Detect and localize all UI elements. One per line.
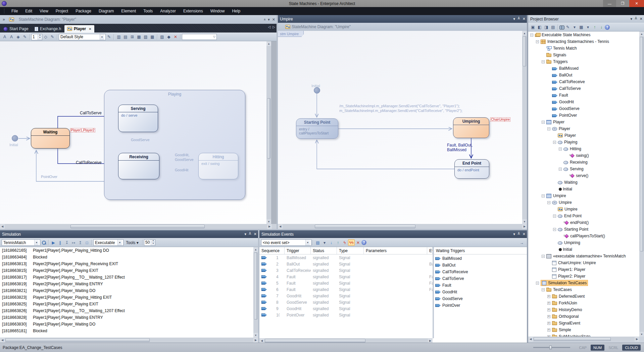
event-row[interactable]: 8GoodServesignalledSignal — [259, 299, 433, 305]
column-header-type[interactable]: Type — [337, 247, 364, 254]
tree-item-goodserve[interactable]: GoodServe — [528, 105, 639, 112]
tree-item-serving[interactable]: −Serving — [528, 166, 639, 172]
tree-item-triggers[interactable]: −Triggers — [528, 58, 639, 65]
tree-item-player1-player[interactable]: Player1: Player — [528, 266, 639, 273]
expand-icon[interactable]: + — [547, 295, 550, 298]
waiting-trigger-pointover[interactable]: PointOver — [434, 302, 527, 309]
menu-item-tools[interactable]: Tools — [140, 7, 156, 15]
zoom-slider[interactable] — [533, 347, 570, 348]
make-same-size-icon[interactable]: ⊞ — [129, 34, 136, 40]
umpire-initial-node[interactable] — [314, 87, 320, 94]
scroll-right-icon[interactable]: → — [518, 239, 525, 246]
menu-item-file[interactable]: File — [8, 7, 21, 15]
tree-item-goodhit[interactable]: GoodHit — [528, 99, 639, 105]
window-menu-icon[interactable]: ▾ — [513, 17, 515, 21]
player-vscroll-thumb[interactable] — [267, 98, 270, 159]
simulation-target-combo[interactable]: TennisMatch▼ — [2, 239, 40, 246]
menu-item-help[interactable]: Help — [228, 7, 244, 15]
move-down-icon[interactable]: ↓ — [328, 239, 335, 246]
umpire-diagram-canvas[interactable]: stm Umpire Initial Starting Poi — [278, 31, 527, 224]
column-header-trigger[interactable]: Trigger — [285, 247, 311, 254]
spinner-arrows[interactable]: ▲▼ — [38, 34, 42, 40]
column-header-status[interactable]: Status — [311, 247, 337, 254]
tree-item-initial[interactable]: Initial — [528, 186, 639, 192]
event-row[interactable]: 9GoodHitsignalledSignal — [259, 305, 433, 312]
project-browser-vscrollbar[interactable]: ▲ ▼ — [639, 32, 644, 337]
events-table-header[interactable]: SequenceTriggerStatusTypeParametersEve — [259, 247, 433, 254]
tree-item-playing[interactable]: −Playing — [528, 139, 639, 145]
dropdown-caret-icon[interactable]: ▾ — [571, 24, 578, 31]
umpire-hscroll-thumb[interactable] — [315, 225, 415, 228]
collapse-icon[interactable]: − — [553, 228, 556, 231]
dropdown-caret-icon[interactable]: ▼ — [34, 240, 39, 245]
close-panel-icon[interactable]: ✕ — [523, 17, 526, 21]
collapse-icon[interactable]: − — [553, 141, 556, 144]
waiting-trigger-calltoreceive[interactable]: CallToReceive — [434, 269, 527, 275]
help-icon[interactable]: ? — [361, 240, 366, 245]
event-row[interactable]: 6FaultsignalledSignalFa — [259, 286, 433, 293]
waiting-trigger-calltoserve[interactable]: CallToServe — [434, 275, 527, 282]
simulation-events-header[interactable]: Simulation Events ▾ ╨ ✕ — [259, 230, 527, 238]
tree-item-calltoserve[interactable]: CallToServe — [528, 85, 639, 92]
event-row[interactable]: 1BallMissedsignalledSignal — [259, 254, 433, 261]
project-browser-hscrollbar[interactable]: ◀ ▶ — [528, 337, 639, 342]
tree-item-initial[interactable]: Initial — [528, 246, 639, 253]
collapse-icon[interactable]: − — [542, 121, 545, 124]
collapse-icon[interactable]: − — [547, 127, 550, 130]
event-row[interactable]: 2BallOutsignalledSignalBa — [259, 261, 433, 267]
close-panel-icon[interactable]: ✕ — [523, 232, 526, 236]
column-header-sequence[interactable]: Sequence — [259, 247, 285, 254]
dropdown-caret-icon[interactable]: ▼ — [117, 240, 122, 245]
space-evenly-vertical-icon[interactable]: ▧ — [142, 34, 149, 40]
expand-icon[interactable]: + — [547, 329, 550, 332]
menu-item-window[interactable]: Window — [207, 7, 229, 15]
new-diagram-icon[interactable]: ◧ — [536, 24, 543, 31]
move-up-icon[interactable]: ↑ — [335, 239, 341, 246]
package-list-icon[interactable]: ▤ — [550, 24, 556, 31]
diagram-layout-icon[interactable]: ▨ — [159, 34, 165, 40]
line-width-stepper[interactable]: 1▲▼ — [31, 34, 42, 40]
spin-down-icon[interactable]: ▼ — [151, 243, 155, 246]
tab-close-icon[interactable]: ✕ — [89, 27, 91, 31]
state-waiting[interactable]: Waiting — [31, 128, 70, 149]
tree-item-player2-player[interactable]: Player2: Player — [528, 273, 639, 280]
menu-item-analyzer[interactable]: Analyzer — [156, 7, 180, 15]
event-set-combo[interactable]: <no event set>▼ — [261, 239, 311, 246]
pin-icon[interactable]: ╨ — [249, 232, 251, 236]
dropdown-caret-icon[interactable]: ▼ — [100, 34, 104, 40]
element-style-combo[interactable]: Default Style▼ — [59, 34, 106, 40]
window-menu-icon[interactable]: ▾ — [513, 232, 515, 236]
event-row[interactable]: 5FaultsignalledSignalFa — [259, 280, 433, 286]
align-left-icon[interactable]: ▥ — [115, 34, 122, 40]
expand-icon[interactable]: + — [547, 322, 550, 325]
search-icon[interactable] — [559, 25, 564, 29]
tab-exchange-h[interactable]: Exchange.h — [32, 25, 64, 33]
collapse-icon[interactable]: − — [559, 148, 562, 151]
tree-item-player[interactable]: Player — [528, 132, 639, 139]
search-icon[interactable] — [40, 239, 47, 246]
maximize-button[interactable]: ❐ — [616, 0, 629, 7]
run-icon[interactable]: ▶ — [50, 239, 57, 246]
menu-item-view[interactable]: View — [36, 7, 52, 15]
tree-item-hitting[interactable]: −Hitting — [528, 145, 639, 152]
waiting-trigger-ballout[interactable]: BallOut — [434, 262, 527, 269]
state-receiving[interactable]: Receiving — [118, 153, 159, 179]
expand-icon[interactable]: + — [547, 308, 550, 311]
project-browser-vscroll-thumb[interactable] — [640, 37, 643, 251]
collapse-icon[interactable]: − — [542, 194, 545, 197]
tree-item-simple[interactable]: +Simple — [528, 327, 639, 333]
umpire-horizontal-scrollbar[interactable]: ◀ ▶ — [278, 224, 527, 229]
tree-item-ballout[interactable]: BallOut — [528, 72, 639, 78]
simulation-vscroll-thumb[interactable] — [254, 252, 257, 319]
player-vertical-scrollbar[interactable]: ▲ ▼ — [266, 41, 271, 224]
tree-item-signalevent[interactable]: +SignalEvent — [528, 320, 639, 327]
dropdown-caret-icon[interactable]: ▾ — [585, 24, 591, 31]
collapse-icon[interactable]: − — [553, 215, 556, 218]
format-painter-icon[interactable]: ◇ — [42, 34, 49, 40]
view-options-icon[interactable]: ▦ — [578, 24, 585, 31]
diagram-options-icon[interactable]: ◆ — [165, 34, 172, 40]
tools-menu-button[interactable]: Tools ▾ — [123, 239, 141, 246]
state-serving[interactable]: Serving do / serve — [118, 105, 158, 132]
close-panel-icon[interactable]: ✕ — [272, 18, 275, 21]
menu-item-project[interactable]: Project — [52, 7, 72, 15]
